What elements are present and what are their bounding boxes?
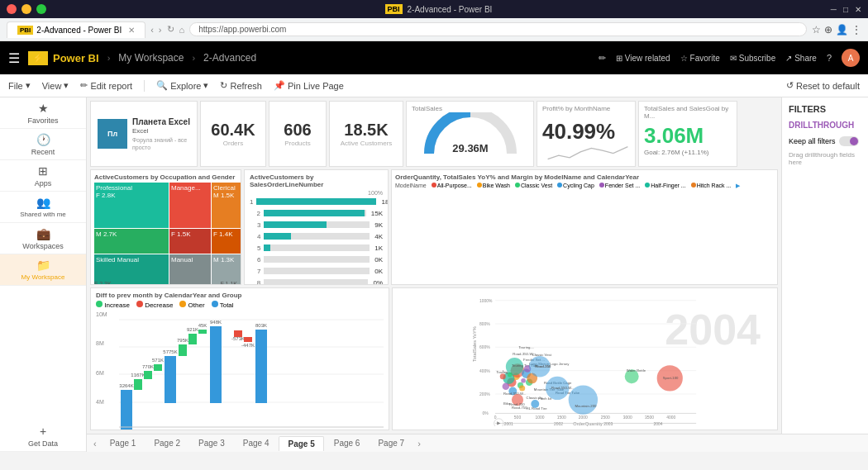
svg-text:2001: 2001 [504, 422, 513, 426]
treemap-cell-5: F 1.4K [212, 229, 241, 254]
keep-filters-label: Keep all filters [789, 137, 836, 145]
hbar-val-1: 15K [371, 210, 383, 217]
home-icon[interactable]: ⌂ [179, 25, 185, 35]
toggle-switch[interactable] [839, 136, 859, 146]
gauge-title: TotalSales [412, 105, 442, 112]
getdata-icon: + [40, 425, 46, 438]
extensions-icon[interactable]: ⊕ [824, 24, 832, 36]
edit-report-btn[interactable]: ✏ Edit report [80, 80, 132, 91]
page-tab-1[interactable]: Page 1 [102, 436, 145, 450]
sidebar-item-myworkspace[interactable]: 📁 My Workspace [0, 254, 86, 286]
brand-label: Power BI [53, 52, 99, 64]
legend-more-icon[interactable]: ▶ [736, 183, 740, 189]
restore-icon[interactable]: □ [843, 5, 848, 14]
svg-text:3500: 3500 [645, 415, 654, 420]
reload-icon[interactable]: ↻ [167, 24, 174, 35]
page-tab-3[interactable]: Page 3 [190, 436, 233, 450]
legend-cyclingcap: Cycling Cap [557, 183, 594, 189]
close-btn[interactable] [7, 4, 17, 14]
explore-btn[interactable]: 🔍 Explore ▾ [156, 80, 208, 91]
profile-icon[interactable]: 👤 [836, 24, 848, 36]
model-legend: ModelName All-Purpose... Bike Wash Class… [395, 183, 774, 189]
treemap-cell-2: Clerical M 1.5K [212, 183, 241, 228]
report-name[interactable]: 2-Advanced [203, 52, 256, 64]
sidebar-item-favorites[interactable]: ★ Favorites [0, 97, 86, 129]
treemap-cell-5-val: F 1.4K [213, 230, 241, 238]
refresh-btn[interactable]: ↻ Refresh [220, 80, 262, 91]
page-tab-4[interactable]: Page 4 [235, 436, 278, 450]
sidebar-item-shared[interactable]: 👥 Shared with me [0, 192, 86, 223]
waterfall-svg: 3264K 1167K 770K 571K [119, 311, 384, 430]
reset-btn[interactable]: ↺ Reset to default [786, 80, 860, 91]
hbar-track-2 [264, 221, 370, 228]
separator: › [107, 53, 111, 63]
sidebar-item-apps[interactable]: ⊞ Apps [0, 160, 86, 192]
hbar-row-3: 4 4K [250, 231, 383, 241]
svg-text:-573K: -573K [231, 336, 245, 341]
tab-close-icon[interactable]: ✕ [128, 26, 135, 35]
file-chevron: ▾ [26, 80, 31, 91]
hbar-max-val: 100% [368, 190, 383, 196]
title-bar-center: PBI 2-Advanced - Power BI [385, 4, 493, 14]
salesgoal-goal: Goal: 2.76M (+11.1%) [644, 149, 732, 156]
svg-rect-15 [165, 356, 176, 403]
back-icon[interactable]: ‹ [150, 25, 154, 35]
edit-icon[interactable]: ✏ [599, 53, 606, 64]
hbar-card: ActiveCustomers by SalesOrderLineNumber … [244, 169, 389, 285]
browser-actions: ☆ ⊕ 👤 ⋮ [812, 24, 861, 36]
recent-label: Recent [31, 148, 55, 156]
page-tab-7[interactable]: Page 7 [370, 436, 413, 450]
sidebar-item-workspaces[interactable]: 💼 Workspaces [0, 223, 86, 254]
svg-rect-21 [198, 330, 207, 334]
page-tab-5[interactable]: Page 5 [279, 436, 323, 451]
keep-filters-toggle[interactable]: Keep all filters [789, 136, 861, 146]
page-nav-left[interactable]: ‹ [93, 439, 97, 449]
favorite-btn[interactable]: ☆ Favorite [680, 54, 720, 63]
hbar-val-4: 1K [374, 244, 383, 252]
pbi-logo: ⚡ [28, 51, 48, 65]
legend-halffinger: Half-Finger ... [645, 183, 685, 189]
close-icon[interactable]: ✕ [855, 5, 861, 14]
svg-text:2004: 2004 [654, 422, 663, 426]
hbar-row-4: 5 1K [250, 243, 383, 253]
maximize-btn[interactable] [36, 4, 46, 14]
treemap-cell-4: F 1.5K [169, 229, 211, 254]
sidebar-item-recent[interactable]: 🕐 Recent [0, 129, 86, 160]
view-related-btn[interactable]: ⊞ View related [616, 54, 670, 63]
view-related-icon: ⊞ [616, 54, 622, 63]
getdata-label: Get Data [28, 439, 58, 448]
page-tab-6[interactable]: Page 6 [326, 436, 369, 450]
page-tab-2[interactable]: Page 2 [145, 436, 188, 450]
hbar-num-1: 2 [250, 210, 260, 217]
page-nav-right[interactable]: › [417, 439, 421, 449]
forward-icon[interactable]: › [159, 25, 162, 35]
view-menu[interactable]: View ▾ [42, 80, 69, 91]
profit-title: Profit% by MonthName [542, 105, 630, 112]
minimize-btn[interactable] [21, 4, 31, 14]
workspace-name[interactable]: My Workspace [118, 52, 184, 64]
subscribe-btn[interactable]: ✉ Subscribe [730, 54, 775, 63]
share-btn[interactable]: ↗ Share [785, 54, 817, 63]
file-menu[interactable]: File ▾ [8, 80, 31, 91]
treemap-card: ActiveCustomers by Occupation and Gender… [90, 169, 241, 285]
waterfall-card: Diff to prev month by CalendarYear and G… [90, 287, 389, 430]
sidebar-item-getdata[interactable]: + Get Data [0, 420, 86, 452]
address-bar[interactable]: https://app.powerbi.com [189, 22, 807, 36]
menu-icon[interactable]: ⋮ [851, 24, 861, 36]
svg-text:200%: 200% [479, 392, 490, 396]
hbar-num-7: 8 [250, 279, 260, 286]
products-value: 606 [284, 121, 311, 140]
title-bar: PBI 2-Advanced - Power BI ─ □ ✕ [0, 0, 868, 18]
bookmark-icon[interactable]: ☆ [812, 24, 821, 36]
hbar-num-6: 7 [250, 268, 260, 275]
hamburger-icon[interactable]: ☰ [8, 50, 20, 66]
pin-page-btn[interactable]: 📌 Pin Live Page [274, 80, 344, 91]
minimize-icon[interactable]: ─ [831, 5, 837, 14]
browser-tab[interactable]: PBI 2-Advanced - Power BI ✕ [7, 21, 145, 38]
avatar[interactable]: A [842, 49, 860, 67]
filters-title: FILTERS [789, 104, 861, 114]
hbar-fill-2 [264, 221, 327, 228]
question-icon[interactable]: ? [827, 53, 832, 63]
treemap-cell-0: Professional F 2.8K [94, 183, 169, 228]
svg-text:Road-550-W...: Road-550-W... [551, 386, 574, 390]
